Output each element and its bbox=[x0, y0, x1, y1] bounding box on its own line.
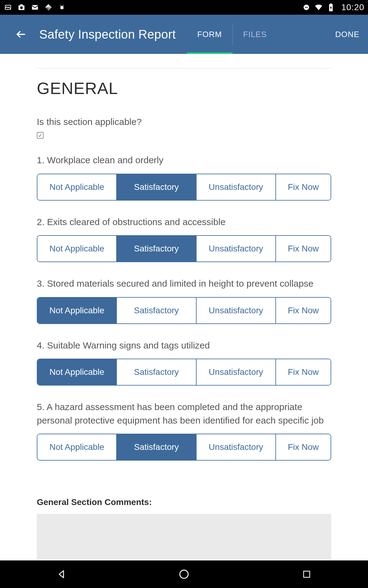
nav-back-button[interactable] bbox=[55, 567, 68, 581]
question-block: 2. Exits cleared of obstructions and acc… bbox=[37, 215, 331, 262]
option-na[interactable]: Not Applicable bbox=[37, 434, 116, 460]
dnd-icon bbox=[302, 3, 311, 12]
svg-rect-3 bbox=[20, 4, 23, 6]
option-fix[interactable]: Fix Now bbox=[275, 236, 331, 262]
option-unsat[interactable]: Unsatisfactory bbox=[196, 359, 275, 385]
option-sat[interactable]: Satisfactory bbox=[116, 236, 196, 262]
option-sat[interactable]: Satisfactory bbox=[116, 174, 196, 200]
question-label: 5. A hazard assessment has been complete… bbox=[37, 400, 331, 427]
android-icon bbox=[58, 3, 66, 12]
done-button[interactable]: DONE bbox=[335, 30, 359, 39]
option-group: Not ApplicableSatisfactoryUnsatisfactory… bbox=[37, 359, 331, 386]
wifi-icon bbox=[314, 3, 323, 12]
svg-point-12 bbox=[180, 570, 188, 579]
comments-label: General Section Comments: bbox=[37, 497, 331, 507]
applicable-checkbox[interactable]: ✓ bbox=[37, 132, 44, 139]
content-area: GENERAL Is this section applicable? ✓ 1.… bbox=[0, 68, 368, 560]
battery-charging-icon bbox=[327, 3, 335, 12]
svg-point-2 bbox=[20, 6, 23, 9]
option-group: Not ApplicableSatisfactoryUnsatisfactory… bbox=[37, 235, 331, 262]
section-title: GENERAL bbox=[37, 79, 331, 98]
option-na[interactable]: Not Applicable bbox=[37, 236, 116, 262]
svg-rect-9 bbox=[305, 7, 308, 8]
back-button[interactable] bbox=[13, 27, 28, 42]
tab-form-label: FORM bbox=[197, 30, 222, 39]
question-label: 2. Exits cleared of obstructions and acc… bbox=[37, 215, 331, 229]
option-unsat[interactable]: Unsatisfactory bbox=[196, 236, 275, 262]
option-group: Not ApplicableSatisfactoryUnsatisfactory… bbox=[37, 174, 331, 201]
navigation-bar bbox=[0, 560, 368, 588]
svg-rect-13 bbox=[304, 571, 310, 577]
status-bar: 10:20 bbox=[0, 0, 368, 15]
mail-icon bbox=[31, 3, 39, 12]
svg-rect-11 bbox=[330, 3, 332, 4]
option-group: Not ApplicableSatisfactoryUnsatisfactory… bbox=[37, 434, 331, 461]
tab-form[interactable]: FORM bbox=[187, 15, 232, 54]
option-fix[interactable]: Fix Now bbox=[275, 359, 331, 385]
option-fix[interactable]: Fix Now bbox=[275, 298, 331, 323]
done-label: DONE bbox=[335, 30, 359, 39]
option-unsat[interactable]: Unsatisfactory bbox=[196, 174, 275, 200]
option-na[interactable]: Not Applicable bbox=[37, 298, 116, 323]
check-icon: ✓ bbox=[38, 133, 42, 138]
option-group: Not ApplicableSatisfactoryUnsatisfactory… bbox=[37, 297, 331, 324]
svg-rect-5 bbox=[60, 6, 63, 9]
option-fix[interactable]: Fix Now bbox=[275, 434, 331, 460]
option-sat[interactable]: Satisfactory bbox=[116, 359, 196, 385]
section-divider bbox=[37, 68, 331, 68]
nav-recent-button[interactable] bbox=[300, 567, 313, 581]
question-label: 3. Stored materials secured and limited … bbox=[37, 277, 331, 290]
option-sat[interactable]: Satisfactory bbox=[116, 434, 196, 460]
question-block: 5. A hazard assessment has been complete… bbox=[37, 400, 331, 461]
app-bar: Safety Inspection Report FORM FILES DONE bbox=[0, 15, 368, 54]
question-label: 4. Suitable Warning signs and tags utili… bbox=[37, 339, 331, 352]
camera-icon bbox=[17, 3, 26, 12]
option-na[interactable]: Not Applicable bbox=[37, 359, 116, 385]
question-block: 4. Suitable Warning signs and tags utili… bbox=[37, 339, 331, 386]
option-unsat[interactable]: Unsatisfactory bbox=[196, 434, 275, 460]
question-label: 1. Workplace clean and orderly bbox=[37, 153, 331, 167]
option-sat[interactable]: Satisfactory bbox=[116, 298, 196, 323]
question-block: 3. Stored materials secured and limited … bbox=[37, 277, 331, 324]
status-time: 10:20 bbox=[341, 2, 364, 12]
question-block: 1. Workplace clean and orderlyNot Applic… bbox=[37, 153, 331, 201]
nav-home-button[interactable] bbox=[177, 567, 191, 581]
applicable-label: Is this section applicable? bbox=[37, 117, 331, 127]
page-title: Safety Inspection Report bbox=[39, 28, 176, 41]
image-icon bbox=[4, 3, 12, 12]
tab-files[interactable]: FILES bbox=[233, 15, 277, 54]
tab-files-label: FILES bbox=[243, 30, 267, 39]
option-fix[interactable]: Fix Now bbox=[275, 174, 331, 200]
option-unsat[interactable]: Unsatisfactory bbox=[196, 298, 275, 323]
option-na[interactable]: Not Applicable bbox=[37, 174, 116, 200]
pinwheel-icon bbox=[44, 3, 53, 12]
comments-input[interactable] bbox=[37, 514, 331, 560]
